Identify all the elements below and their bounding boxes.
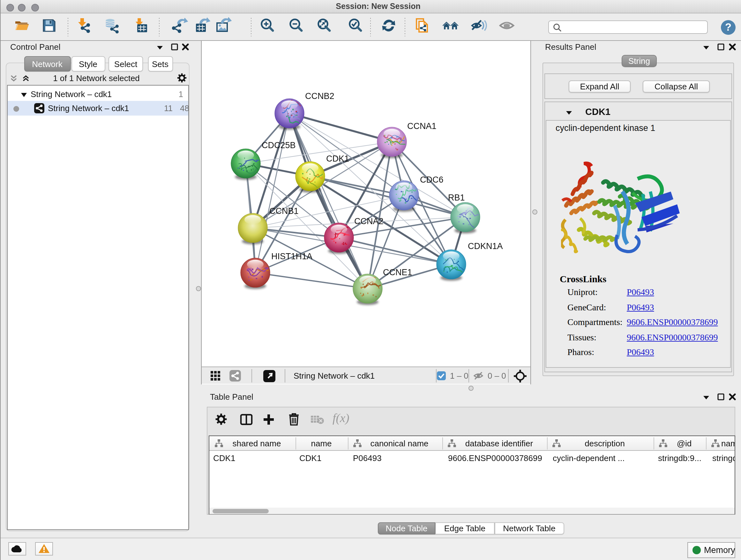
svg-text:CDKN1A: CDKN1A [468,241,503,251]
svg-text:CDC25B: CDC25B [262,140,296,150]
svg-text:CCNB2: CCNB2 [305,91,334,101]
svg-text:RB1: RB1 [448,193,465,202]
svg-text:CCNA1: CCNA1 [407,121,436,131]
svg-text:CCNA2: CCNA2 [354,216,384,226]
svg-text:CCNB1: CCNB1 [269,206,299,216]
svg-text:?: ? [725,21,731,33]
svg-text:CDC6: CDC6 [420,175,444,185]
svg-text:CCNE1: CCNE1 [383,267,412,277]
svg-text:HIST1H1A: HIST1H1A [271,252,313,261]
svg-text:CDK1: CDK1 [326,154,349,164]
